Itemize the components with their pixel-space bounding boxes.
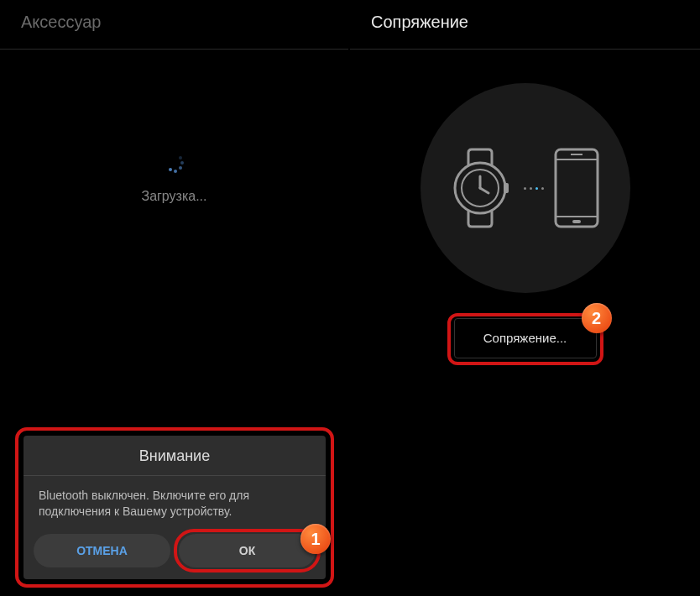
loading-area: Загрузка...	[0, 151, 348, 204]
svg-rect-9	[572, 220, 581, 223]
dialog-title: Внимание	[24, 436, 326, 476]
cancel-label: ОТМЕНА	[76, 544, 128, 557]
dialog-actions: ОТМЕНА ОК 1	[24, 534, 326, 579]
pairing-title: Сопряжение	[371, 13, 679, 32]
spinner-icon	[162, 151, 187, 176]
annotation-badge-1: 1	[300, 524, 331, 554]
phone-icon	[552, 146, 601, 230]
right-panel: Сопряжение	[350, 0, 700, 596]
pairing-illustration	[421, 83, 630, 293]
svg-line-3	[480, 188, 488, 193]
pair-button-label: Сопряжение...	[483, 331, 567, 345]
cancel-button[interactable]: ОТМЕНА	[34, 534, 170, 567]
dialog-message: Bluetooth выключен. Включите его для под…	[24, 476, 326, 534]
attention-dialog: Внимание Bluetooth выключен. Включите ег…	[24, 436, 326, 579]
ok-label: ОК	[239, 544, 255, 557]
left-header: Аксессуар	[0, 0, 348, 50]
pair-button-wrap: Сопряжение... 2	[454, 318, 597, 358]
right-header: Сопряжение	[350, 0, 700, 50]
pair-button[interactable]: Сопряжение...	[454, 318, 597, 358]
annotation-badge-2: 2	[582, 303, 612, 333]
svg-rect-4	[504, 183, 509, 193]
dialog-wrap: Внимание Bluetooth выключен. Включите ег…	[24, 436, 326, 579]
connection-dots-icon	[524, 187, 544, 190]
watch-icon	[450, 146, 515, 230]
svg-rect-5	[556, 149, 598, 227]
loading-text: Загрузка...	[0, 189, 348, 204]
accessory-title: Аксессуар	[21, 13, 327, 32]
left-panel: Аксессуар Загрузка... Внимание Bluetooth…	[0, 0, 350, 596]
ok-button[interactable]: ОК 1	[179, 534, 316, 567]
app-container: Аксессуар Загрузка... Внимание Bluetooth…	[0, 0, 700, 596]
